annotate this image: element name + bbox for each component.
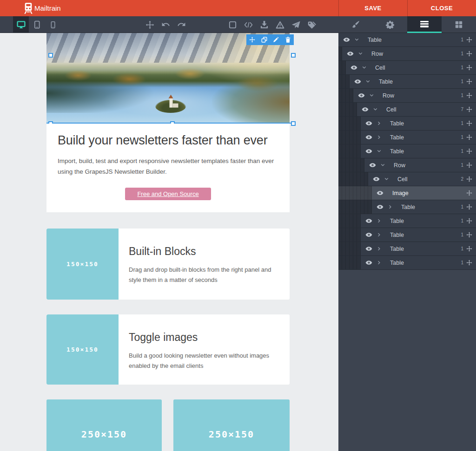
chevron-right-icon[interactable]: [377, 247, 382, 251]
device-desktop-button[interactable]: [13, 16, 29, 33]
eye-icon[interactable]: [347, 51, 354, 56]
copy-component-button[interactable]: [258, 34, 271, 45]
move-icon[interactable]: [466, 65, 473, 71]
tab-layers[interactable]: [407, 16, 442, 33]
move-icon[interactable]: [466, 176, 473, 182]
card-paragraph[interactable]: Build a good looking newsletter even wit…: [129, 351, 283, 371]
move-icon[interactable]: [466, 78, 473, 85]
merge-tags-button[interactable]: [304, 16, 319, 33]
undo-button[interactable]: [158, 16, 173, 33]
layer-row-table[interactable]: Table1: [338, 228, 476, 242]
layer-row-table[interactable]: Table1: [338, 33, 476, 47]
card-heading[interactable]: Built-in Blocks: [129, 245, 283, 258]
layer-row-row[interactable]: Row1: [338, 158, 476, 172]
eye-icon[interactable]: [343, 37, 350, 42]
chevron-down-icon[interactable]: [355, 38, 359, 42]
resize-handle-right[interactable]: [291, 53, 296, 58]
cta-button[interactable]: Free and Open Source: [125, 188, 211, 200]
edit-component-button[interactable]: [270, 34, 282, 45]
layer-row-row[interactable]: Row1: [338, 89, 476, 103]
layer-row-table[interactable]: Table1: [338, 214, 476, 228]
move-icon[interactable]: [466, 190, 473, 196]
eye-icon[interactable]: [350, 65, 358, 70]
layer-row-table[interactable]: Table1: [338, 117, 476, 131]
chevron-down-icon[interactable]: [358, 52, 363, 56]
chevron-down-icon[interactable]: [373, 107, 378, 111]
move-icon[interactable]: [466, 92, 473, 98]
move-icon[interactable]: [466, 204, 473, 210]
toggle-borders-button[interactable]: [225, 16, 240, 33]
move-icon[interactable]: [466, 37, 473, 43]
chevron-down-icon[interactable]: [370, 93, 374, 98]
save-button[interactable]: SAVE: [338, 0, 407, 16]
move-icon[interactable]: [466, 232, 473, 238]
move-icon[interactable]: [466, 162, 473, 168]
eye-icon[interactable]: [365, 135, 373, 140]
resize-handle-left[interactable]: [48, 53, 53, 58]
move-icon[interactable]: [466, 134, 473, 140]
layer-row-table[interactable]: Table1: [338, 131, 476, 144]
chevron-down-icon[interactable]: [366, 79, 370, 84]
chevron-right-icon[interactable]: [377, 219, 382, 223]
move-icon[interactable]: [466, 106, 473, 112]
image-placeholder-250-left[interactable]: 250×150: [46, 399, 162, 451]
image-placeholder-150[interactable]: 150×150: [46, 229, 119, 300]
move-icon[interactable]: [466, 246, 473, 252]
chevron-down-icon[interactable]: [381, 163, 385, 167]
eye-icon[interactable]: [373, 176, 380, 182]
image-placeholder-150[interactable]: 150×150: [46, 314, 119, 385]
layer-row-table[interactable]: Table1: [338, 256, 476, 270]
layer-row-cell[interactable]: Cell1: [338, 61, 476, 75]
close-button[interactable]: CLOSE: [407, 0, 476, 16]
chevron-right-icon[interactable]: [377, 135, 382, 139]
hero-heading[interactable]: Build your newsletters faster than ever: [58, 133, 278, 148]
eye-icon[interactable]: [369, 163, 377, 168]
chevron-right-icon[interactable]: [388, 205, 393, 209]
tab-blocks[interactable]: [442, 16, 476, 33]
chevron-right-icon[interactable]: [377, 261, 382, 265]
eye-icon[interactable]: [365, 260, 373, 265]
eye-icon[interactable]: [365, 246, 373, 251]
move-component-button[interactable]: [246, 34, 258, 45]
device-tablet-button[interactable]: [29, 16, 45, 33]
layer-row-table[interactable]: Table1: [338, 242, 476, 256]
send-test-button[interactable]: [288, 16, 304, 33]
chevron-down-icon[interactable]: [384, 177, 389, 181]
move-icon[interactable]: [466, 51, 473, 57]
warning-button[interactable]: [272, 16, 288, 33]
tab-settings[interactable]: [373, 16, 407, 33]
import-button[interactable]: [256, 16, 272, 33]
device-mobile-button[interactable]: [45, 16, 60, 33]
layer-row-row[interactable]: Row1: [338, 47, 476, 61]
card-paragraph[interactable]: Drag and drop built-in blocks from the r…: [129, 265, 283, 285]
layer-row-table[interactable]: Table1: [338, 144, 476, 158]
fullscreen-move-button[interactable]: [142, 16, 158, 33]
move-icon[interactable]: [466, 260, 473, 266]
layer-row-table[interactable]: Table1: [338, 75, 476, 89]
move-icon[interactable]: [466, 148, 473, 154]
card-heading[interactable]: Toggle images: [129, 331, 283, 344]
view-code-button[interactable]: [240, 16, 256, 33]
layer-row-image[interactable]: Image: [338, 186, 476, 200]
eye-icon[interactable]: [362, 107, 369, 112]
eye-icon[interactable]: [354, 79, 362, 84]
feature-card-toggle-images[interactable]: 150×150 Toggle images Build a good looki…: [46, 314, 290, 385]
eye-icon[interactable]: [377, 190, 384, 196]
feature-card-built-in-blocks[interactable]: 150×150 Built-in Blocks Drag and drop bu…: [46, 229, 290, 300]
eye-icon[interactable]: [365, 232, 373, 237]
hero-image[interactable]: [46, 33, 290, 124]
chevron-right-icon[interactable]: [377, 233, 382, 237]
hero-paragraph[interactable]: Import, build, test and export responsiv…: [58, 156, 282, 177]
eye-icon[interactable]: [377, 204, 384, 209]
layer-row-table[interactable]: Table1: [338, 200, 476, 214]
eye-icon[interactable]: [365, 218, 373, 223]
resize-handle-bottom-right[interactable]: [291, 121, 296, 126]
hero-text-section[interactable]: Build your newsletters faster than ever …: [46, 124, 290, 212]
layer-row-cell[interactable]: Cell7: [338, 103, 476, 117]
delete-component-button[interactable]: [282, 34, 294, 45]
move-icon[interactable]: [466, 218, 473, 224]
image-placeholder-250-right[interactable]: 250×150: [173, 399, 290, 451]
eye-icon[interactable]: [365, 121, 373, 126]
chevron-right-icon[interactable]: [377, 121, 382, 125]
redo-button[interactable]: [173, 16, 189, 33]
